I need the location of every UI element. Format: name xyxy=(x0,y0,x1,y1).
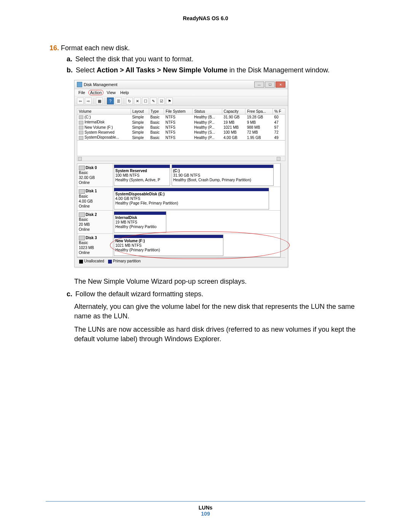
disk-info: Disk 3Basic1023 MBOnline xyxy=(77,234,113,257)
table-row[interactable]: (C:)SimpleBasicNTFSHealthy (B...31.90 GB… xyxy=(77,115,285,120)
window-titlebar: Disk Management — ☐ ✕ xyxy=(75,80,288,89)
cell-text: Basic xyxy=(150,136,159,140)
action3-icon[interactable]: ⚑ xyxy=(166,97,173,104)
sub-b-pre: Select xyxy=(76,66,97,74)
disk-pane[interactable]: Disk 1Basic4.00 GBOnlineSystemDisposable… xyxy=(77,187,280,210)
cell-text: 47 xyxy=(274,120,279,125)
cell-text: 49 xyxy=(274,136,279,140)
sub-b-post: in the Disk Management window. xyxy=(228,66,330,74)
disk-pane[interactable]: Disk 2Basic20 MBOnlineInternalDisk19 MB … xyxy=(77,211,280,234)
table-row[interactable]: SystemDisposable...SimpleBasicNTFSHealth… xyxy=(77,135,285,140)
delete-icon[interactable]: ✕ xyxy=(134,97,141,104)
volume-icon xyxy=(79,115,83,119)
cell-text: Simple xyxy=(132,130,144,134)
disk-icon xyxy=(79,236,85,240)
cell-text: Basic xyxy=(150,120,159,125)
refresh-icon[interactable]: ↻ xyxy=(126,97,133,104)
step-16: 16. Format each new disk. xyxy=(49,44,365,52)
cell-text: NTFS xyxy=(166,115,175,119)
menu-view[interactable]: View xyxy=(105,90,117,95)
after-c-text-1: Alternately, you can give the volume lab… xyxy=(74,302,365,321)
window-title: Disk Management xyxy=(84,82,118,87)
cell-text: SystemDisposable... xyxy=(84,135,119,139)
sub-c-text: Follow the default wizard formatting ste… xyxy=(75,290,203,298)
menu-action[interactable]: Action xyxy=(88,90,104,95)
disk-pane[interactable]: Disk 3Basic1023 MBOnlineNew Volume (F:)1… xyxy=(77,234,280,257)
cell-text: Healthy (P... xyxy=(194,136,215,140)
legend-unallocated: Unallocated xyxy=(84,259,104,263)
footer-section: LUNs xyxy=(46,505,365,511)
partition[interactable]: System Reserved100 MB NTFSHealthy (Syste… xyxy=(114,165,170,186)
action1-icon[interactable]: ✎ xyxy=(150,97,157,104)
partition[interactable]: SystemDisposableDisk (E:)4.00 GB NTFSHea… xyxy=(114,188,269,209)
substep-a: a.Select the disk that you want to forma… xyxy=(67,55,365,63)
close-button[interactable]: ✕ xyxy=(276,81,285,88)
table-row[interactable]: System ReservedSimpleBasicNTFSHealthy (S… xyxy=(77,130,285,135)
help-icon[interactable]: ? xyxy=(107,97,114,104)
disk-icon xyxy=(79,189,85,194)
column-header[interactable]: Type xyxy=(149,109,164,115)
menu-file[interactable]: File xyxy=(77,90,87,95)
cell-text: System Reserved xyxy=(84,130,115,134)
cell-text: Healthy (B... xyxy=(194,115,215,119)
table-row[interactable]: InternalDiskSimpleBasicNTFSHealthy (P...… xyxy=(77,120,285,125)
after-c-text-2: The LUNs are now accessible as hard disk… xyxy=(74,325,365,344)
cell-text: 19.28 GB xyxy=(247,115,263,119)
maximize-button[interactable]: ☐ xyxy=(265,81,275,88)
after-b-text: The New Simple Volume Wizard pop-up scre… xyxy=(74,277,365,286)
menu-help[interactable]: Help xyxy=(119,90,131,95)
cell-text: 9 MB xyxy=(247,120,256,125)
cell-text: 4.00 GB xyxy=(223,136,237,140)
minimize-button[interactable]: — xyxy=(254,81,264,88)
partition[interactable]: InternalDisk19 MB NTFSHealthy (Primary P… xyxy=(114,211,166,233)
disk-info: Disk 2Basic20 MBOnline xyxy=(77,211,113,233)
list-icon[interactable]: ☰ xyxy=(115,97,122,104)
cell-text: Healthy (S... xyxy=(194,130,215,134)
forward-icon[interactable]: ⇨ xyxy=(85,97,92,104)
cell-text: 31.90 GB xyxy=(223,115,239,119)
disk-info: Disk 1Basic4.00 GBOnline xyxy=(77,187,113,210)
page-footer: LUNs 109 xyxy=(46,501,365,517)
disk-partitions: System Reserved100 MB NTFSHealthy (Syste… xyxy=(113,164,280,187)
cell-text: Simple xyxy=(132,136,144,140)
menubar: File Action View Help xyxy=(75,89,288,96)
volume-icon xyxy=(79,136,83,140)
disk-pane[interactable]: Disk 0Basic32.00 GBOnlineSystem Reserved… xyxy=(77,164,280,187)
column-header[interactable]: Capacity xyxy=(222,109,245,115)
action2-icon[interactable]: ☑ xyxy=(158,97,165,104)
back-icon[interactable]: ⇦ xyxy=(77,97,84,104)
disk-panes: Disk 0Basic32.00 GBOnlineSystem Reserved… xyxy=(77,163,280,257)
column-header[interactable]: Layout xyxy=(131,109,149,115)
legend-primary: Primary partition xyxy=(113,259,141,263)
disk-management-window: Disk Management — ☐ ✕ File Action View H… xyxy=(74,80,288,267)
disk-partitions: New Volume (F:)1021 MB NTFSHealthy (Prim… xyxy=(113,234,280,257)
partition[interactable]: (C:)31.90 GB NTFSHealthy (Boot, Crash Du… xyxy=(172,165,274,186)
cell-text: 19 MB xyxy=(223,120,234,125)
column-header[interactable]: Free Spa... xyxy=(245,109,273,115)
disk-icon xyxy=(79,166,85,170)
disk-partitions: InternalDisk19 MB NTFSHealthy (Primary P… xyxy=(113,211,280,233)
column-header[interactable]: % F xyxy=(273,109,285,115)
volume-table[interactable]: VolumeLayoutTypeFile SystemStatusCapacit… xyxy=(77,108,285,141)
cell-text: 988 MB xyxy=(247,125,260,129)
partition[interactable]: New Volume (F:)1021 MB NTFSHealthy (Prim… xyxy=(114,235,223,256)
toolbar: ⇦ ⇨ ▦ ? ☰ ↻ ✕ ☐ ✎ ☑ ⚑ xyxy=(75,96,288,106)
props-icon[interactable]: ☐ xyxy=(142,97,149,104)
column-header[interactable]: Status xyxy=(193,109,222,115)
column-header[interactable]: Volume xyxy=(77,109,131,115)
table-row[interactable]: New Volume (F:)SimpleBasicNTFSHealthy (P… xyxy=(77,125,285,130)
vertical-scrollbar[interactable] xyxy=(280,163,285,257)
cell-text: Basic xyxy=(150,125,159,129)
column-header[interactable]: File System xyxy=(164,109,193,115)
sub-b-letter: b. xyxy=(67,66,73,74)
cell-text: Simple xyxy=(132,115,144,119)
view-icon[interactable]: ▦ xyxy=(96,97,103,104)
cell-text: Healthy (P... xyxy=(194,120,215,125)
horizontal-scrollbar[interactable] xyxy=(77,156,285,161)
window-icon xyxy=(77,82,82,87)
substep-b: b.Select Action > All Tasks > New Simple… xyxy=(67,66,365,74)
cell-text: NTFS xyxy=(166,136,175,140)
volume-icon xyxy=(79,121,83,125)
legend-unallocated-box xyxy=(79,260,83,264)
cell-text: 100 MB xyxy=(223,130,236,134)
